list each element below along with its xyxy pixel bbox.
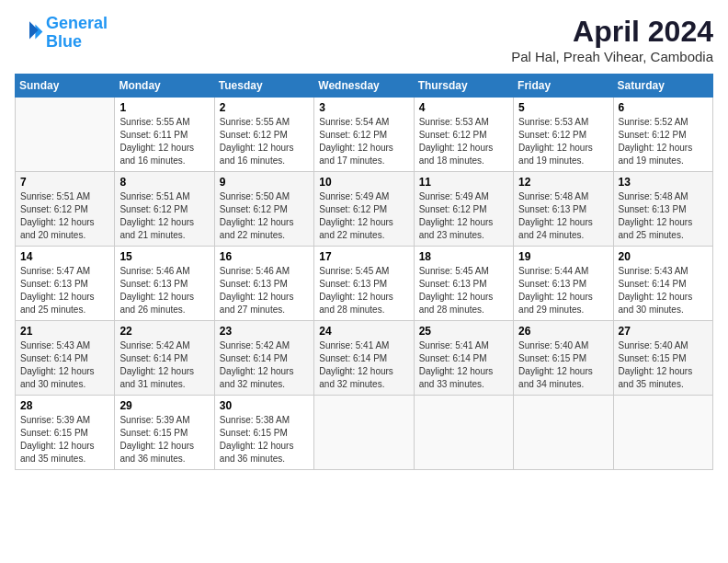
day-info: Sunrise: 5:52 AM Sunset: 6:12 PM Dayligh… xyxy=(619,116,708,167)
calendar-cell: 22Sunrise: 5:42 AM Sunset: 6:14 PM Dayli… xyxy=(115,321,214,396)
day-number: 22 xyxy=(119,325,209,338)
header-row: SundayMondayTuesdayWednesdayThursdayFrid… xyxy=(16,75,713,98)
calendar-cell: 25Sunrise: 5:41 AM Sunset: 6:14 PM Dayli… xyxy=(414,321,513,396)
day-info: Sunrise: 5:39 AM Sunset: 6:15 PM Dayligh… xyxy=(119,414,209,465)
page-header: General Blue April 2024 Pal Hal, Preah V… xyxy=(15,15,713,64)
calendar-cell: 12Sunrise: 5:48 AM Sunset: 6:13 PM Dayli… xyxy=(514,172,613,247)
day-info: Sunrise: 5:53 AM Sunset: 6:12 PM Dayligh… xyxy=(419,116,508,167)
day-number: 11 xyxy=(419,176,508,189)
day-number: 15 xyxy=(119,250,209,263)
calendar-cell: 9Sunrise: 5:50 AM Sunset: 6:12 PM Daylig… xyxy=(214,172,313,247)
day-number: 25 xyxy=(419,325,508,338)
calendar-cell: 17Sunrise: 5:45 AM Sunset: 6:13 PM Dayli… xyxy=(314,247,414,321)
header-cell-friday: Friday xyxy=(514,75,613,98)
day-info: Sunrise: 5:43 AM Sunset: 6:14 PM Dayligh… xyxy=(619,265,708,316)
header-cell-thursday: Thursday xyxy=(414,75,513,98)
day-number: 9 xyxy=(220,176,309,189)
calendar-cell xyxy=(613,396,712,470)
day-info: Sunrise: 5:51 AM Sunset: 6:12 PM Dayligh… xyxy=(20,190,109,242)
day-info: Sunrise: 5:41 AM Sunset: 6:14 PM Dayligh… xyxy=(419,339,508,391)
day-number: 7 xyxy=(20,176,109,189)
day-number: 23 xyxy=(220,325,309,338)
day-info: Sunrise: 5:39 AM Sunset: 6:15 PM Dayligh… xyxy=(20,414,109,465)
logo-text: General Blue xyxy=(46,15,108,52)
week-row-3: 14Sunrise: 5:47 AM Sunset: 6:13 PM Dayli… xyxy=(16,247,713,321)
day-info: Sunrise: 5:44 AM Sunset: 6:13 PM Dayligh… xyxy=(518,265,608,316)
calendar-cell xyxy=(314,396,414,470)
logo: General Blue xyxy=(15,15,108,52)
calendar-cell: 20Sunrise: 5:43 AM Sunset: 6:14 PM Dayli… xyxy=(613,247,712,321)
calendar-cell xyxy=(16,98,115,172)
week-row-2: 7Sunrise: 5:51 AM Sunset: 6:12 PM Daylig… xyxy=(16,172,713,247)
title-block: April 2024 Pal Hal, Preah Vihear, Cambod… xyxy=(511,15,713,64)
day-info: Sunrise: 5:46 AM Sunset: 6:13 PM Dayligh… xyxy=(220,265,309,316)
calendar-cell xyxy=(514,396,613,470)
calendar-cell: 11Sunrise: 5:49 AM Sunset: 6:12 PM Dayli… xyxy=(414,172,513,247)
day-info: Sunrise: 5:55 AM Sunset: 6:12 PM Dayligh… xyxy=(220,116,309,167)
day-number: 30 xyxy=(220,399,309,412)
day-info: Sunrise: 5:46 AM Sunset: 6:13 PM Dayligh… xyxy=(119,265,209,316)
calendar-title: April 2024 xyxy=(511,15,713,49)
day-info: Sunrise: 5:51 AM Sunset: 6:12 PM Dayligh… xyxy=(119,190,209,242)
day-number: 12 xyxy=(518,176,608,189)
calendar-cell: 4Sunrise: 5:53 AM Sunset: 6:12 PM Daylig… xyxy=(414,98,513,172)
calendar-body: 1Sunrise: 5:55 AM Sunset: 6:11 PM Daylig… xyxy=(16,98,713,470)
calendar-cell: 13Sunrise: 5:48 AM Sunset: 6:13 PM Dayli… xyxy=(613,172,712,247)
day-number: 19 xyxy=(518,250,608,263)
day-info: Sunrise: 5:47 AM Sunset: 6:13 PM Dayligh… xyxy=(20,265,109,316)
day-number: 16 xyxy=(220,250,309,263)
day-number: 5 xyxy=(518,101,608,114)
day-number: 17 xyxy=(319,250,408,263)
calendar-cell: 14Sunrise: 5:47 AM Sunset: 6:13 PM Dayli… xyxy=(16,247,115,321)
logo-line2: Blue xyxy=(46,32,82,51)
day-info: Sunrise: 5:41 AM Sunset: 6:14 PM Dayligh… xyxy=(319,339,408,391)
header-cell-saturday: Saturday xyxy=(613,75,712,98)
day-number: 24 xyxy=(319,325,408,338)
day-info: Sunrise: 5:50 AM Sunset: 6:12 PM Dayligh… xyxy=(220,190,309,242)
day-number: 21 xyxy=(20,325,109,338)
calendar-cell: 6Sunrise: 5:52 AM Sunset: 6:12 PM Daylig… xyxy=(613,98,712,172)
day-number: 14 xyxy=(20,250,109,263)
day-number: 26 xyxy=(518,325,608,338)
header-cell-sunday: Sunday xyxy=(16,75,115,98)
header-cell-tuesday: Tuesday xyxy=(214,75,313,98)
day-info: Sunrise: 5:45 AM Sunset: 6:13 PM Dayligh… xyxy=(319,265,408,316)
day-info: Sunrise: 5:53 AM Sunset: 6:12 PM Dayligh… xyxy=(518,116,608,167)
calendar-cell: 28Sunrise: 5:39 AM Sunset: 6:15 PM Dayli… xyxy=(16,396,115,470)
calendar-cell: 5Sunrise: 5:53 AM Sunset: 6:12 PM Daylig… xyxy=(514,98,613,172)
week-row-5: 28Sunrise: 5:39 AM Sunset: 6:15 PM Dayli… xyxy=(16,396,713,470)
calendar-cell: 26Sunrise: 5:40 AM Sunset: 6:15 PM Dayli… xyxy=(514,321,613,396)
day-info: Sunrise: 5:49 AM Sunset: 6:12 PM Dayligh… xyxy=(319,190,408,242)
day-number: 27 xyxy=(619,325,708,338)
day-info: Sunrise: 5:40 AM Sunset: 6:15 PM Dayligh… xyxy=(619,339,708,391)
calendar-cell: 15Sunrise: 5:46 AM Sunset: 6:13 PM Dayli… xyxy=(115,247,214,321)
calendar-cell: 24Sunrise: 5:41 AM Sunset: 6:14 PM Dayli… xyxy=(314,321,414,396)
day-info: Sunrise: 5:48 AM Sunset: 6:13 PM Dayligh… xyxy=(518,190,608,242)
calendar-cell: 21Sunrise: 5:43 AM Sunset: 6:14 PM Dayli… xyxy=(16,321,115,396)
day-number: 13 xyxy=(619,176,708,189)
logo-line1: General xyxy=(46,14,108,32)
week-row-4: 21Sunrise: 5:43 AM Sunset: 6:14 PM Dayli… xyxy=(16,321,713,396)
calendar-header: SundayMondayTuesdayWednesdayThursdayFrid… xyxy=(16,75,713,98)
header-cell-wednesday: Wednesday xyxy=(314,75,414,98)
day-info: Sunrise: 5:48 AM Sunset: 6:13 PM Dayligh… xyxy=(619,190,708,242)
day-number: 29 xyxy=(119,399,209,412)
week-row-1: 1Sunrise: 5:55 AM Sunset: 6:11 PM Daylig… xyxy=(16,98,713,172)
calendar-cell: 23Sunrise: 5:42 AM Sunset: 6:14 PM Dayli… xyxy=(214,321,313,396)
calendar-cell xyxy=(414,396,513,470)
calendar-cell: 1Sunrise: 5:55 AM Sunset: 6:11 PM Daylig… xyxy=(115,98,214,172)
day-number: 28 xyxy=(20,399,109,412)
day-info: Sunrise: 5:40 AM Sunset: 6:15 PM Dayligh… xyxy=(518,339,608,391)
day-info: Sunrise: 5:42 AM Sunset: 6:14 PM Dayligh… xyxy=(119,339,209,391)
day-info: Sunrise: 5:42 AM Sunset: 6:14 PM Dayligh… xyxy=(220,339,309,391)
day-info: Sunrise: 5:43 AM Sunset: 6:14 PM Dayligh… xyxy=(20,339,109,391)
calendar-cell: 30Sunrise: 5:38 AM Sunset: 6:15 PM Dayli… xyxy=(214,396,313,470)
day-info: Sunrise: 5:55 AM Sunset: 6:11 PM Dayligh… xyxy=(119,116,209,167)
day-number: 8 xyxy=(119,176,209,189)
day-number: 1 xyxy=(119,101,209,114)
calendar-cell: 16Sunrise: 5:46 AM Sunset: 6:13 PM Dayli… xyxy=(214,247,313,321)
day-info: Sunrise: 5:45 AM Sunset: 6:13 PM Dayligh… xyxy=(419,265,508,316)
day-number: 18 xyxy=(419,250,508,263)
calendar-cell: 29Sunrise: 5:39 AM Sunset: 6:15 PM Dayli… xyxy=(115,396,214,470)
day-number: 6 xyxy=(619,101,708,114)
